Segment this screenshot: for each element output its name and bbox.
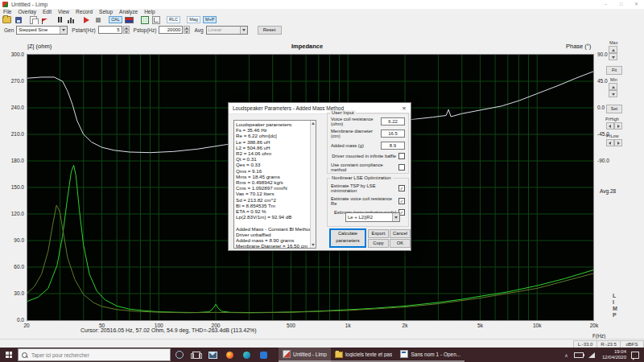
checkbox[interactable]: ✓ — [398, 198, 405, 204]
spin-down-icon[interactable] — [184, 30, 190, 34]
arrow-left-icon[interactable] — [606, 122, 614, 130]
textbox-scrollbar[interactable] — [310, 121, 316, 248]
menu-help[interactable]: Help — [141, 9, 158, 15]
reset-button[interactable]: Reset — [258, 26, 282, 35]
close-button[interactable]: ✕ — [629, 0, 644, 9]
prlow-arrows[interactable] — [606, 139, 622, 146]
menu-analyze[interactable]: Analyze — [116, 9, 141, 15]
record-stop-button[interactable] — [93, 16, 102, 23]
x-tick: 20k — [590, 323, 598, 328]
tray-chevron-icon[interactable]: ∧ — [561, 352, 572, 358]
set-button[interactable]: Set — [606, 105, 622, 113]
export-button[interactable]: Export — [368, 229, 389, 238]
arrow-left-icon[interactable] — [606, 139, 614, 146]
search-input[interactable] — [30, 352, 154, 359]
chevron-down-icon — [60, 27, 67, 34]
arrow-right-icon[interactable] — [614, 139, 622, 146]
calibrate-button[interactable]: CAL — [109, 16, 122, 23]
spin-down-icon[interactable] — [609, 53, 617, 60]
start-button[interactable] — [0, 348, 18, 362]
copy-button[interactable] — [29, 16, 38, 23]
prhigh-arrows[interactable] — [606, 122, 622, 130]
color-mode-button[interactable] — [40, 16, 49, 23]
calculate-parameters-button[interactable]: Calculate parameters — [329, 228, 366, 248]
menu-overlay[interactable]: Overlay — [14, 9, 39, 15]
cortana-button[interactable] — [171, 348, 188, 362]
spin-up-icon[interactable] — [609, 46, 617, 53]
parameters-textbox[interactable]: Loudspeaker parameters: Fs = 35.46 Hz Re… — [233, 120, 316, 249]
spectrum-button[interactable] — [67, 16, 76, 23]
taskbar-app-folder[interactable]: logiciels texte et pas — [331, 348, 397, 362]
minimize-button[interactable]: – — [598, 0, 613, 9]
y-left-tick: 90.0 — [1, 237, 24, 243]
record-play-icon — [84, 17, 89, 23]
checkbox-label: Estimate voice coil resistance Re — [331, 196, 396, 206]
scroll-down-icon[interactable] — [312, 244, 315, 246]
max-spinner[interactable] — [609, 46, 617, 60]
avg-select: Linear — [206, 26, 248, 35]
open-button[interactable] — [2, 16, 11, 23]
save-floppy-icon — [15, 17, 22, 23]
graph-setup-button[interactable] — [151, 16, 160, 23]
taskbar-search[interactable] — [18, 348, 171, 361]
action-center-icon[interactable] — [631, 352, 639, 359]
user-input-group: User Input Voice coil resistance (ohm)6.… — [327, 113, 409, 174]
pstop-input[interactable]: 20000 — [159, 26, 183, 34]
y-left-tick: 240.0 — [1, 105, 24, 110]
spin-up-icon[interactable] — [609, 83, 617, 90]
x-tick: 1k — [345, 323, 351, 328]
cancel-button[interactable]: Cancel — [390, 229, 411, 238]
save-button[interactable] — [14, 16, 23, 23]
taskbar-clock[interactable]: 19:04 12/04/2020 — [602, 349, 626, 360]
field-input[interactable]: 8.9 — [381, 142, 405, 150]
pstart-input[interactable]: 5 — [98, 26, 122, 34]
taskbar-app-limp[interactable]: Untitled - Limp — [279, 348, 331, 362]
arrow-right-icon[interactable] — [614, 122, 622, 130]
photos-button[interactable] — [255, 348, 272, 362]
record-stop-icon — [96, 18, 101, 23]
checkbox[interactable] — [398, 153, 405, 159]
dialog-close-button[interactable]: ✕ — [398, 105, 411, 112]
taskbar-app-writer[interactable]: Sans nom 1 - Open... — [396, 348, 464, 362]
edge-button[interactable] — [238, 348, 255, 362]
generator-toolbar: Gen Stepped Sine Pstart(Hz) 5 Pstop(Hz) … — [0, 24, 644, 36]
firefox-button[interactable] — [221, 348, 238, 362]
menu-file[interactable]: File — [0, 9, 14, 15]
inductor-model-select[interactable]: Le + L2||R2 — [345, 212, 400, 222]
mag-phase-view-button[interactable]: M+P — [203, 16, 217, 23]
pstart-spinner[interactable] — [123, 26, 130, 34]
fit-button[interactable]: Fit — [606, 66, 622, 75]
field-input[interactable]: 16.5 — [381, 130, 405, 138]
menu-setup[interactable]: Setup — [96, 9, 116, 15]
spin-down-icon[interactable] — [609, 90, 617, 97]
spin-down-icon[interactable] — [123, 30, 130, 34]
network-icon[interactable] — [588, 352, 595, 358]
menu-record[interactable]: Record — [72, 9, 96, 15]
check-row: Estimate TSP by LSE minimization✓ — [331, 183, 405, 193]
y-left-tick: 150.0 — [1, 184, 24, 190]
copy-button[interactable]: Copy — [368, 239, 389, 248]
battery-icon[interactable] — [574, 352, 584, 358]
ok-button[interactable]: OK — [390, 239, 411, 248]
field-input[interactable]: 6.22 — [381, 117, 405, 125]
min-spinner[interactable] — [609, 83, 617, 97]
mag-view-button[interactable]: Mag — [187, 16, 200, 23]
pstop-spinner[interactable] — [184, 26, 190, 34]
generator-type-select[interactable]: Stepped Sine — [16, 26, 68, 35]
record-start-button[interactable] — [82, 16, 91, 23]
task-view-button[interactable] — [188, 348, 204, 362]
checkbox[interactable]: ✓ — [398, 185, 405, 191]
generator-setup-button[interactable] — [125, 16, 134, 23]
mail-button[interactable] — [204, 348, 221, 362]
menu-edit[interactable]: Edit — [39, 9, 55, 15]
folder-app-icon — [335, 352, 343, 358]
graph-axes-icon — [152, 16, 160, 24]
menu-view[interactable]: View — [55, 9, 72, 15]
measurement-setup-button[interactable] — [140, 16, 149, 23]
measurement-grid-icon — [141, 16, 149, 24]
scroll-up-icon[interactable] — [312, 122, 315, 125]
rlc-button[interactable]: RLC — [167, 16, 180, 23]
maximize-button[interactable]: □ — [613, 0, 629, 9]
pause-button[interactable] — [56, 16, 64, 23]
checkbox[interactable] — [398, 164, 405, 171]
